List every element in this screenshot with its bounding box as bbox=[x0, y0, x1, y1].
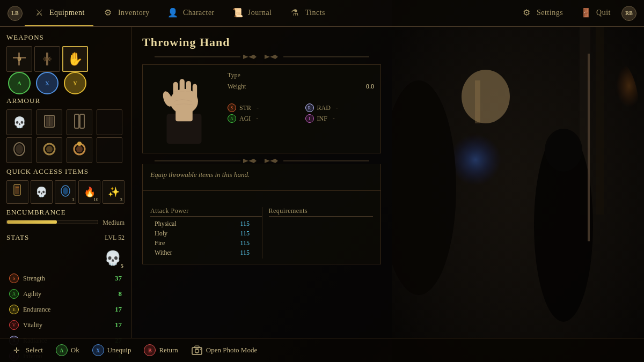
weapon-slot-3-hand[interactable]: ✋ bbox=[62, 46, 88, 72]
str-req-icon: S bbox=[228, 104, 236, 112]
lb-button[interactable]: LB bbox=[8, 6, 23, 21]
quit-icon: 🚪 bbox=[580, 7, 592, 19]
character-icon: 👤 bbox=[167, 7, 179, 19]
svg-point-24 bbox=[46, 146, 53, 152]
select-label: Select bbox=[26, 346, 43, 354]
qa-slot-4-badge: 10 bbox=[93, 197, 98, 202]
quick-access-title: Quick Access Items bbox=[6, 167, 125, 176]
str-req-dash: - bbox=[257, 104, 259, 112]
ap-wither-value: 115 bbox=[240, 249, 262, 257]
svg-point-32 bbox=[63, 187, 68, 195]
type-line: Type bbox=[228, 71, 374, 79]
bottom-action-select: ✛ Select bbox=[11, 344, 43, 356]
btn-x-icon: X bbox=[92, 344, 104, 356]
nav-item-character[interactable]: 👤 Character bbox=[158, 0, 223, 26]
agi-req-icon: A bbox=[228, 114, 236, 123]
weight-line: Weight 0.0 bbox=[228, 83, 374, 91]
ap-row-fire: Fire 115 bbox=[150, 239, 262, 247]
svg-point-14 bbox=[18, 57, 21, 61]
bottom-bar: ✛ Select A Ok X Unequip B Return Open Ph… bbox=[0, 338, 644, 362]
qa-slot-2[interactable]: 💀 bbox=[31, 180, 53, 204]
svg-rect-39 bbox=[173, 82, 178, 100]
weapon-slot-2[interactable] bbox=[34, 46, 60, 72]
armour-slot-4[interactable] bbox=[97, 109, 122, 135]
armour-helm-slot[interactable]: 💀 bbox=[6, 109, 32, 135]
button-y-icon: Y bbox=[64, 72, 86, 94]
armour-chest-slot[interactable] bbox=[36, 109, 62, 135]
endurance-label: Endurance bbox=[23, 306, 104, 314]
agi-item: A AGI - bbox=[228, 114, 297, 123]
equipment-icon: ⚔ bbox=[33, 7, 45, 19]
weapons-top-row: ✋ bbox=[6, 46, 125, 72]
qa-slot-3-badge: 3 bbox=[72, 197, 75, 202]
qa-slot-5-badge: 3 bbox=[120, 197, 122, 202]
svg-rect-20 bbox=[80, 114, 84, 128]
rad-req-label: RAD bbox=[317, 104, 331, 112]
attack-power-column: Attack Power Physical 115 Holy 115 Fire … bbox=[150, 207, 262, 258]
ap-holy-value: 115 bbox=[240, 230, 262, 238]
bottom-action-photo-mode[interactable]: Open Photo Mode bbox=[191, 344, 257, 356]
stat-row-endurance: E Endurance 17 bbox=[6, 303, 125, 316]
rb-button[interactable]: RB bbox=[621, 6, 636, 21]
agility-icon: A bbox=[9, 289, 19, 299]
armour-grid: 💀 bbox=[6, 109, 125, 163]
encumbrance-section: Encumbrance Medium bbox=[6, 208, 125, 227]
nav-item-inventory[interactable]: ⚙ Inventory bbox=[93, 0, 158, 26]
qa-item-3-icon bbox=[58, 183, 73, 201]
svg-rect-42 bbox=[193, 84, 197, 100]
btn-slot-a: A bbox=[6, 74, 32, 92]
legs-icon bbox=[71, 113, 87, 131]
agi-req-label: AGI bbox=[239, 115, 251, 123]
armour-ring1-slot[interactable] bbox=[36, 137, 62, 163]
vitality-icon: V bbox=[9, 320, 19, 330]
qa-slot-1[interactable] bbox=[6, 180, 28, 204]
unequip-label: Unequip bbox=[107, 346, 131, 354]
vitality-value: 17 bbox=[108, 321, 122, 329]
qa-slot-4[interactable]: 🔥 10 bbox=[78, 180, 100, 204]
description-spacer bbox=[142, 191, 381, 202]
nav-label-tincts: Tincts bbox=[305, 9, 326, 17]
requirements-title: Requirements bbox=[269, 207, 374, 217]
rad-req-dash: - bbox=[336, 104, 338, 112]
nav-label-quit: Quit bbox=[596, 9, 611, 17]
btn-b-icon: B bbox=[144, 344, 156, 356]
armour-ring2-slot[interactable] bbox=[67, 137, 92, 163]
bottom-action-return[interactable]: B Return bbox=[144, 344, 178, 356]
weight-value: 0.0 bbox=[366, 83, 374, 91]
qa-item-2-icon: 💀 bbox=[35, 186, 47, 198]
btn-slot-x: X bbox=[34, 74, 60, 92]
stats-level: LVL 52 bbox=[105, 234, 125, 242]
bottom-action-ok[interactable]: A Ok bbox=[56, 344, 79, 356]
ap-row-wither: Wither 115 bbox=[150, 249, 262, 257]
svg-point-10 bbox=[545, 129, 582, 172]
nav-item-equipment[interactable]: ⚔ Equipment bbox=[25, 0, 93, 26]
return-label: Return bbox=[159, 346, 178, 354]
nav-item-settings[interactable]: ⚙ Settings bbox=[512, 0, 572, 26]
skull-icon-container: 💀 5 bbox=[101, 246, 125, 270]
item-detail-box: Type Weight 0.0 S STR - R RAD - bbox=[142, 64, 381, 153]
qa-item-4-icon: 🔥 bbox=[84, 186, 96, 198]
item-description: Equip throwable items in this hand. bbox=[142, 164, 381, 191]
qa-slot-5[interactable]: ✨ 3 bbox=[103, 180, 125, 204]
armour-arm-slot[interactable] bbox=[6, 137, 32, 163]
type-label: Type bbox=[228, 71, 254, 79]
bottom-action-unequip[interactable]: X Unequip bbox=[92, 344, 131, 356]
nav-label-equipment: Equipment bbox=[49, 9, 85, 17]
description-text: Equip throwable items in this hand. bbox=[150, 171, 250, 179]
armour-slot-8[interactable] bbox=[97, 137, 122, 163]
button-x-icon: X bbox=[36, 72, 58, 94]
weapon-slot-1[interactable] bbox=[6, 46, 32, 72]
armour-legs-slot[interactable] bbox=[67, 109, 92, 135]
crossbow-icon bbox=[7, 47, 32, 71]
qa-slot-3[interactable]: 3 bbox=[55, 180, 77, 204]
throwing-hand-image bbox=[155, 74, 214, 144]
nav-label-inventory: Inventory bbox=[118, 9, 150, 17]
nav-item-tincts[interactable]: ⚗ Tincts bbox=[281, 0, 334, 26]
inf-req-dash: - bbox=[333, 115, 335, 123]
endurance-value: 17 bbox=[108, 305, 122, 314]
ok-label: Ok bbox=[71, 346, 79, 354]
skull-level-row: 💀 5 bbox=[6, 246, 125, 270]
nav-item-journal[interactable]: 📜 Journal bbox=[223, 0, 281, 26]
nav-item-quit[interactable]: 🚪 Quit bbox=[572, 0, 619, 26]
svg-rect-8 bbox=[475, 80, 480, 123]
